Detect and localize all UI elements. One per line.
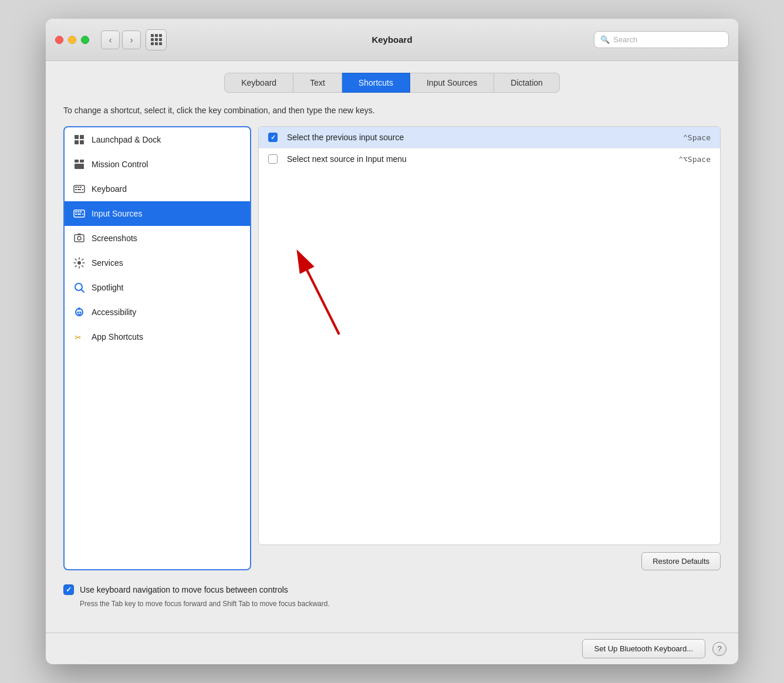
sidebar-label-accessibility: Accessibility — [92, 307, 136, 317]
tab-input-sources[interactable]: Input Sources — [410, 73, 494, 93]
setup-bluetooth-button[interactable]: Set Up Bluetooth Keyboard... — [582, 639, 705, 658]
shortcut-row-next[interactable]: Select next source in Input menu ⌃⌥Space — [259, 148, 720, 170]
maximize-button[interactable] — [81, 36, 89, 44]
kb-nav-sublabel: Press the Tab key to move focus forward … — [80, 600, 721, 608]
svg-rect-0 — [75, 135, 79, 139]
spotlight-icon — [73, 281, 86, 294]
tab-dictation[interactable]: Dictation — [494, 73, 559, 93]
sidebar-label-services: Services — [92, 258, 123, 268]
svg-rect-5 — [80, 160, 84, 163]
sidebar-label-mission-control: Mission Control — [92, 160, 148, 169]
shortcuts-table: ✓ Select the previous input source ⌃Spac… — [258, 126, 721, 545]
svg-rect-19 — [77, 214, 81, 215]
svg-rect-4 — [75, 160, 79, 163]
bottom-buttons: Restore Defaults — [258, 552, 721, 570]
grid-icon — [151, 34, 162, 45]
kb-nav-checkmark: ✓ — [66, 586, 72, 594]
svg-rect-21 — [75, 235, 84, 242]
kb-nav-row: ✓ Use keyboard navigation to move focus … — [63, 584, 721, 595]
main-panel: Launchpad & Dock Mission Control Keyboar… — [63, 126, 721, 570]
sidebar-item-launchpad[interactable]: Launchpad & Dock — [65, 127, 250, 152]
shortcut-row-prev[interactable]: ✓ Select the previous input source ⌃Spac… — [259, 127, 720, 148]
tab-bar: Keyboard Text Shortcuts Input Sources Di… — [63, 73, 721, 93]
svg-rect-13 — [82, 189, 83, 190]
svg-rect-11 — [75, 189, 77, 190]
shortcut-checkbox-prev[interactable]: ✓ — [268, 133, 278, 142]
right-panel: ✓ Select the previous input source ⌃Spac… — [258, 126, 721, 570]
shortcut-label-next: Select next source in Input menu — [287, 154, 678, 164]
svg-rect-6 — [75, 164, 84, 169]
sidebar-item-keyboard[interactable]: Keyboard — [65, 177, 250, 201]
checkmark-icon: ✓ — [271, 134, 276, 141]
input-sources-icon — [73, 207, 86, 220]
sidebar: Launchpad & Dock Mission Control Keyboar… — [63, 126, 251, 570]
kb-nav-checkbox[interactable]: ✓ — [63, 584, 74, 595]
search-box[interactable]: 🔍 Search — [594, 31, 729, 48]
sidebar-label-spotlight: Spotlight — [92, 283, 123, 292]
footer: ✓ Use keyboard navigation to move focus … — [63, 584, 721, 614]
sidebar-item-accessibility[interactable]: Accessibility — [65, 300, 250, 324]
grid-button[interactable] — [146, 29, 167, 50]
sidebar-label-launchpad: Launchpad & Dock — [92, 135, 161, 144]
svg-rect-15 — [75, 211, 77, 212]
shortcut-key-next: ⌃⌥Space — [678, 155, 711, 164]
sidebar-label-input-sources: Input Sources — [92, 209, 142, 218]
sidebar-item-services[interactable]: Services — [65, 251, 250, 275]
shortcut-checkbox-next[interactable] — [268, 154, 278, 164]
svg-point-22 — [77, 236, 81, 240]
traffic-lights — [55, 36, 89, 44]
search-input[interactable]: Search — [613, 35, 722, 44]
restore-defaults-button[interactable]: Restore Defaults — [641, 552, 721, 570]
window-title: Keyboard — [371, 35, 412, 45]
screenshots-icon — [73, 232, 86, 245]
sidebar-item-spotlight[interactable]: Spotlight — [65, 275, 250, 300]
svg-rect-9 — [77, 187, 79, 188]
search-icon: 🔍 — [600, 35, 610, 44]
sidebar-label-keyboard: Keyboard — [92, 184, 127, 194]
sidebar-item-screenshots[interactable]: Screenshots — [65, 226, 250, 251]
tab-keyboard[interactable]: Keyboard — [224, 73, 293, 93]
keyboard-icon — [73, 182, 86, 195]
shortcut-key-prev: ⌃Space — [683, 133, 711, 142]
tab-text[interactable]: Text — [293, 73, 342, 93]
sidebar-item-mission-control[interactable]: Mission Control — [65, 152, 250, 177]
instruction-text: To change a shortcut, select it, click t… — [63, 104, 721, 117]
sidebar-item-app-shortcuts[interactable]: ✂ App Shortcuts — [65, 324, 250, 349]
svg-rect-23 — [77, 234, 81, 235]
svg-rect-8 — [75, 187, 77, 188]
forward-button[interactable]: › — [122, 31, 141, 49]
back-button[interactable]: ‹ — [101, 31, 120, 49]
minimize-button[interactable] — [68, 36, 76, 44]
tab-shortcuts[interactable]: Shortcuts — [342, 73, 410, 93]
kb-nav-label: Use keyboard navigation to move focus be… — [80, 585, 288, 594]
titlebar: ‹ › Keyboard 🔍 Search — [46, 19, 738, 61]
sidebar-label-screenshots: Screenshots — [92, 234, 137, 243]
launchpad-icon — [73, 133, 86, 146]
svg-rect-2 — [75, 140, 79, 144]
services-icon — [73, 256, 86, 269]
svg-text:✂: ✂ — [75, 333, 82, 342]
svg-rect-17 — [80, 211, 82, 212]
mission-control-icon — [73, 158, 86, 171]
svg-rect-3 — [80, 140, 84, 144]
svg-rect-20 — [82, 214, 83, 215]
main-window: ‹ › Keyboard 🔍 Search Keyboard Text Shor… — [46, 19, 738, 664]
sidebar-item-input-sources[interactable]: Input Sources — [65, 201, 250, 226]
close-button[interactable] — [55, 36, 63, 44]
shortcut-label-prev: Select the previous input source — [287, 133, 683, 142]
window-bottom-bar: Set Up Bluetooth Keyboard... ? — [46, 633, 738, 664]
accessibility-icon — [73, 306, 86, 319]
svg-rect-12 — [77, 189, 81, 190]
help-button[interactable]: ? — [712, 642, 726, 656]
svg-rect-1 — [80, 135, 84, 139]
svg-line-26 — [82, 290, 85, 293]
svg-rect-16 — [77, 211, 79, 212]
svg-point-24 — [77, 261, 81, 265]
app-shortcuts-icon: ✂ — [73, 330, 86, 343]
sidebar-label-app-shortcuts: App Shortcuts — [92, 332, 143, 342]
nav-buttons: ‹ › — [101, 31, 141, 49]
svg-rect-18 — [75, 214, 77, 215]
svg-rect-10 — [80, 187, 82, 188]
content-area: Keyboard Text Shortcuts Input Sources Di… — [46, 61, 738, 625]
